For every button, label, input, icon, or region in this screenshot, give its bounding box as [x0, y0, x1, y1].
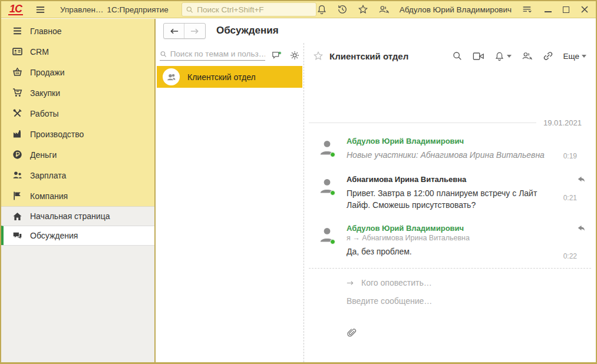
date-label: 19.01.2021 [543, 118, 582, 127]
discussions-list-panel: Клиентский отдел [156, 43, 304, 362]
notifications-bell-icon[interactable] [316, 4, 327, 15]
message-field[interactable] [347, 296, 578, 306]
message-time: 0:22 [563, 252, 577, 260]
chat-message: Абдулов Юрий Владимирович я → Абнагимова… [304, 224, 596, 257]
contact-card-icon [12, 47, 22, 57]
search-icon [186, 5, 194, 14]
content-area: Обсуждения [156, 19, 596, 362]
notify-field[interactable] [347, 278, 578, 287]
sidebar-item-production[interactable]: Производство [1, 124, 154, 144]
group-avatar [163, 68, 180, 85]
page-title: Обсуждения [216, 25, 279, 37]
message-author[interactable]: Абнагимова Ирина Витальевна [347, 175, 553, 184]
main-menu-icon[interactable] [35, 4, 46, 15]
more-button[interactable]: Еще [563, 52, 586, 61]
compose-separator [309, 268, 591, 269]
sidebar-item-home-page[interactable]: Начальная страница [1, 206, 154, 226]
discussion-list-item[interactable]: Клиентский отдел [157, 66, 302, 88]
top-bar: 1С Управлен…1С:Предприятие Абдулов Юрий [1, 1, 596, 18]
reply-icon[interactable] [576, 175, 586, 184]
message-author[interactable]: Абдулов Юрий Владимирович [347, 137, 553, 145]
content-header: Обсуждения [156, 19, 596, 43]
global-search-input[interactable] [197, 5, 312, 14]
nav-back-button[interactable] [164, 24, 184, 38]
new-discussion-icon[interactable] [271, 50, 282, 61]
cart-icon [12, 88, 22, 98]
basket-icon [12, 67, 22, 77]
chat-title: Клиентский отдел [329, 51, 408, 61]
discussions-search-input[interactable] [170, 49, 265, 58]
favorites-star-icon[interactable] [358, 4, 368, 15]
sidebar-item-money[interactable]: Деньги [1, 144, 154, 165]
copy-link-icon[interactable] [543, 51, 553, 61]
sidebar-item-salary[interactable]: Зарплата [1, 165, 154, 186]
arrow-right-icon [347, 280, 354, 286]
sidebar-item-sales[interactable]: Продажи [1, 62, 154, 82]
video-call-icon[interactable] [473, 51, 484, 61]
message-input[interactable] [347, 296, 578, 306]
sidebar-item-company[interactable]: Компания [1, 186, 154, 206]
1c-logo: 1С [8, 4, 23, 15]
sidebar-item-crm[interactable]: CRM [1, 41, 154, 62]
chat-bubbles-icon [12, 231, 22, 241]
online-status-dot [330, 152, 335, 157]
attach-paperclip-icon[interactable] [347, 327, 358, 339]
menu-lines-icon [12, 26, 22, 36]
chevron-down-icon [582, 55, 586, 58]
chat-message: Абдулов Юрий Владимирович Новые участник… [304, 137, 596, 161]
app-name: 1С:Предприятие [107, 5, 169, 14]
online-status-dot [330, 239, 335, 244]
home-icon [12, 211, 22, 221]
chat-message: Абнагимова Ирина Витальевна Привет. Завт… [304, 175, 596, 211]
message-time: 0:21 [563, 194, 577, 202]
notify-input[interactable] [361, 278, 578, 287]
nav-forward-button[interactable] [184, 24, 205, 38]
current-user[interactable]: Абдулов Юрий Владимирович [400, 5, 512, 14]
sidebar-empty-area [1, 245, 154, 362]
search-icon [160, 50, 167, 58]
message-recipient: я → Абнагимова Ирина Витальевна [347, 234, 553, 242]
flag-icon [12, 191, 22, 201]
app-window: 1С Управлен…1С:Предприятие Абдулов Юрий [0, 0, 597, 364]
global-search[interactable] [182, 2, 316, 16]
discussions-search[interactable] [160, 49, 265, 61]
sidebar-item-main[interactable]: Главное [1, 21, 154, 41]
factory-icon [12, 129, 22, 139]
chat-header: Клиентский отдел [304, 45, 596, 67]
window-title: Управлен…1С:Предприятие [60, 5, 172, 14]
sidebar-item-works[interactable]: Работы [1, 103, 154, 124]
chevron-down-icon [507, 55, 512, 58]
chat-notifications-bell-icon[interactable] [494, 51, 512, 61]
functions-menu-icon[interactable] [522, 4, 532, 15]
date-separator: 19.01.2021 [309, 118, 582, 127]
message-text: Привет. Завтра в 12:00 планируем встречу… [347, 187, 553, 211]
sidebar-item-purchases[interactable]: Закупки [1, 82, 154, 103]
message-text: Да, без проблем. [347, 246, 553, 257]
minimize-button[interactable] [545, 6, 552, 12]
sidebar: Главное CRM Продажи Закупки Работы Произ… [1, 19, 156, 362]
maximize-button[interactable] [563, 6, 569, 13]
discussion-name: Клиентский отдел [187, 72, 256, 82]
close-button[interactable] [580, 5, 589, 14]
online-status-dot [330, 190, 335, 196]
people-icon [12, 170, 22, 180]
ruble-coin-icon [12, 150, 22, 160]
sidebar-item-discussions[interactable]: Обсуждения [1, 226, 154, 245]
message-author[interactable]: Абдулов Юрий Владимирович [347, 224, 553, 233]
tools-icon [12, 108, 22, 118]
chat-search-icon[interactable] [452, 51, 463, 61]
history-icon[interactable] [337, 4, 348, 15]
chat-panel: Клиентский отдел [304, 43, 596, 362]
reply-icon[interactable] [576, 224, 586, 233]
config-name: Управлен… [60, 5, 104, 14]
message-time: 0:19 [563, 152, 577, 160]
message-text: Новые участники: Абнагимова Ирина Виталь… [347, 149, 553, 161]
participants-icon[interactable] [522, 51, 533, 61]
discussions-users-icon[interactable] [378, 4, 390, 15]
settings-gear-icon[interactable] [289, 50, 300, 61]
favorite-star-icon[interactable] [313, 51, 324, 61]
